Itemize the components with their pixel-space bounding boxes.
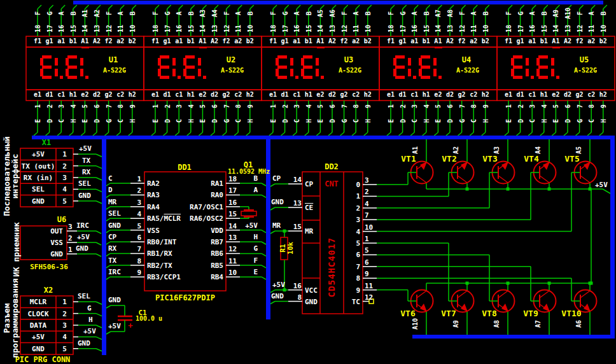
net-label: TX [108, 257, 116, 264]
section-caption-prog: Разъемпрограммирования [3, 278, 19, 358]
display-pin-name: c1 [528, 92, 536, 98]
pin-name-text: RB6 [211, 249, 223, 258]
schematic-labels: U1A-S22GF18f1e11EG17g1d12DA16a1c13CB15b1… [0, 0, 616, 364]
transistor-ref: VT1 [401, 155, 416, 163]
net-label: MR [272, 222, 281, 229]
net-label: A9 [553, 10, 559, 17]
pin-number: 3 [412, 104, 418, 108]
net-label: B [248, 11, 254, 15]
net-label: SEL [78, 293, 90, 300]
pin-number: 6 [447, 104, 454, 108]
net-label: D [518, 119, 524, 123]
pin-number: 6 [565, 104, 571, 108]
display-pin-name: f2 [223, 38, 230, 45]
net-label: F [506, 11, 512, 15]
pin-name-text: RB7 [211, 238, 223, 246]
pin-name-text: RA0 [211, 191, 223, 199]
pin-number: 15 [71, 25, 77, 32]
display-pin-name: g1 [164, 38, 171, 45]
pin-number: 9 [601, 104, 607, 108]
pin-number: 8 [137, 258, 141, 265]
display-pin-name: c2 [470, 92, 477, 98]
pin-number: 18 [506, 25, 512, 32]
display-pin-name: c1 [410, 92, 418, 98]
pin-name-text: RB1/RX [147, 249, 172, 258]
pin-number: 3 [176, 104, 183, 108]
pin-number: 7 [224, 104, 230, 108]
display-pin-name: e1 [34, 92, 41, 98]
pin-number: 11 [589, 25, 595, 32]
display-pin-name: d1 [46, 92, 53, 98]
display-pin-name: e1 [387, 92, 395, 98]
net-label: A10 [412, 318, 419, 330]
pin-name-text: RA7/OSC1 [190, 203, 223, 211]
display-pin-name: A2 [93, 38, 101, 45]
pin-number: 3 [365, 177, 369, 184]
pin-number: 16 [59, 25, 65, 32]
net-label: G [106, 119, 113, 123]
pin-number: 1 [388, 104, 395, 108]
net-label: A [412, 11, 418, 15]
pin-number: 4 [542, 104, 548, 108]
pin-number: 8 [353, 104, 360, 108]
pin-number: 2 [365, 188, 369, 195]
pin-number: 7 [459, 104, 466, 108]
net-label: A [471, 11, 477, 15]
net-label: E [318, 119, 324, 123]
display-pin-name: e2 [199, 92, 206, 98]
net-label: H [88, 316, 93, 323]
pin-number: 5 [553, 104, 559, 108]
display-pin-name: e2 [552, 92, 559, 98]
pin-number: 7 [577, 104, 584, 108]
pin-name: RB7 [211, 239, 223, 246]
display-pin-name: e1 [151, 92, 159, 98]
display-pin-name: c1 [57, 92, 65, 98]
pin-number: 10 [365, 224, 373, 231]
pin-name-text: GND [305, 298, 318, 306]
ic-part: PIC16F627PDIP [155, 294, 215, 302]
pin-number: 2 [68, 235, 73, 242]
net-label: B [71, 11, 77, 15]
pin-number: 4 [137, 211, 141, 218]
net-label: D [212, 119, 218, 123]
pin-number: 14 [228, 223, 237, 230]
pin-number: 18 [153, 25, 159, 32]
display-pin-name: a2 [470, 38, 477, 45]
display-pin-name: f1 [505, 38, 512, 45]
display-ref: U2 [227, 56, 235, 64]
pin-number: 11 [228, 258, 237, 265]
pin-number: 11 [353, 25, 360, 32]
pin-number: 18 [388, 25, 395, 32]
display-pin-name: h2 [364, 92, 372, 98]
display-part: A-S22G [574, 67, 597, 74]
pin-name-text: RA5/ [147, 214, 164, 223]
display-pin-name: c2 [234, 92, 242, 98]
pin-number: 14 [435, 25, 442, 32]
transistor-ref: VT7 [441, 309, 456, 318]
pin-name: 8 [356, 275, 360, 282]
pin-name: 9 [356, 287, 360, 294]
pin-number: 4 [365, 200, 369, 207]
pin-number: 1 [153, 104, 159, 108]
transistor-ref: VT4 [524, 155, 538, 163]
net-label: D [447, 119, 454, 123]
net-label: E [388, 119, 395, 123]
pin-number: 1 [270, 104, 277, 108]
display-pin-name: a2 [234, 38, 242, 45]
display-pin-name: A1 [199, 38, 206, 45]
pin-number: 13 [330, 25, 336, 32]
display-pin-name: h2 [246, 92, 254, 98]
net-label: C [412, 119, 418, 123]
connector-pin-number: 4 [62, 333, 67, 340]
net-label: GND [76, 245, 88, 252]
part-number-label: CD54HC4017 [327, 237, 336, 297]
net-label: A6 [330, 10, 336, 17]
pin-number: 12 [459, 25, 466, 32]
display-pin-name: b1 [305, 38, 312, 45]
net-label: F [459, 11, 466, 15]
pin-number: 4 [424, 104, 430, 108]
display-pin-name: a1 [528, 38, 536, 45]
pin-number: 17 [228, 187, 237, 194]
net-label: GND [271, 293, 284, 300]
display-pin-name: A1 [552, 38, 559, 45]
